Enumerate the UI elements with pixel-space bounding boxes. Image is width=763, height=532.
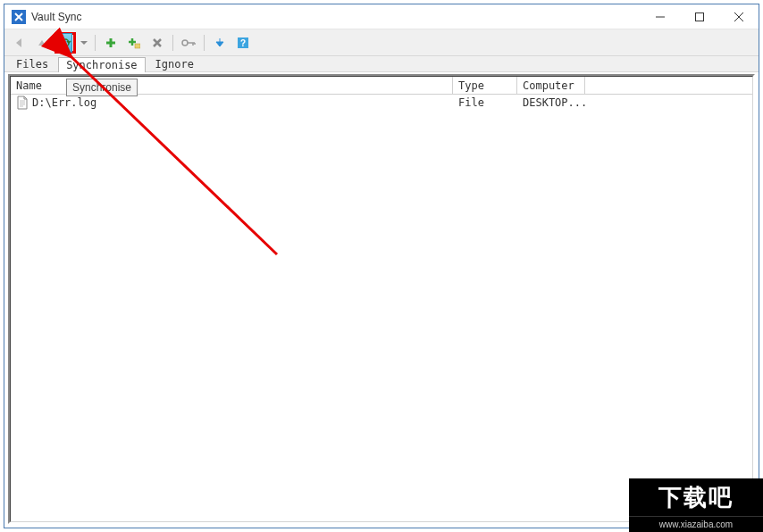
sync-button[interactable] bbox=[54, 32, 76, 54]
window-controls bbox=[641, 4, 759, 29]
download-button[interactable] bbox=[209, 32, 231, 54]
svg-text:?: ? bbox=[240, 38, 246, 48]
tab-synchronise[interactable]: Synchronise bbox=[58, 57, 145, 72]
up-arrow-icon bbox=[36, 37, 48, 49]
plus-folder-icon bbox=[128, 37, 140, 49]
watermark-url: www.xiazaiba.com bbox=[629, 516, 763, 532]
watermark-logo: 下载吧 bbox=[629, 478, 763, 516]
cell-type: File bbox=[453, 96, 517, 110]
svg-rect-4 bbox=[135, 44, 140, 48]
up-button[interactable] bbox=[31, 32, 53, 54]
add-folder-button[interactable] bbox=[123, 32, 145, 54]
tab-files[interactable]: Files bbox=[8, 56, 56, 71]
delete-x-icon bbox=[151, 37, 164, 49]
chevron-down-icon bbox=[80, 39, 88, 46]
watermark: 下载吧 www.xiazaiba.com bbox=[629, 478, 763, 532]
dropdown-button[interactable] bbox=[78, 32, 90, 54]
tab-ignore[interactable]: Ignore bbox=[147, 56, 202, 71]
app-icon bbox=[12, 10, 26, 24]
close-button[interactable] bbox=[719, 4, 759, 29]
table-row[interactable]: D:\Err.log File DESKTOP... bbox=[11, 95, 752, 111]
back-arrow-icon bbox=[13, 37, 25, 49]
download-arrow-icon bbox=[214, 37, 226, 49]
separator bbox=[95, 35, 96, 51]
help-button[interactable]: ? bbox=[232, 32, 254, 54]
svg-rect-1 bbox=[696, 12, 704, 21]
column-header-computer[interactable]: Computer bbox=[517, 77, 585, 94]
key-icon bbox=[181, 37, 196, 48]
tooltip: Synchronise bbox=[66, 79, 138, 96]
help-icon: ? bbox=[237, 37, 249, 49]
file-icon bbox=[16, 96, 29, 110]
content-panel: Name Type Computer bbox=[8, 74, 755, 524]
key-button[interactable] bbox=[178, 32, 199, 54]
cell-name: D:\Err.log bbox=[32, 96, 96, 109]
cell-computer: DESKTOP... bbox=[517, 96, 585, 110]
column-header-type[interactable]: Type bbox=[453, 77, 517, 94]
tabstrip: Files Synchronise Ignore bbox=[4, 56, 759, 72]
toolbar: ? bbox=[4, 29, 759, 56]
add-button[interactable] bbox=[100, 32, 122, 54]
svg-point-5 bbox=[182, 40, 188, 46]
plus-icon bbox=[105, 37, 117, 49]
separator bbox=[172, 35, 173, 51]
maximize-button[interactable] bbox=[680, 4, 719, 29]
sync-icon bbox=[59, 37, 71, 49]
back-button[interactable] bbox=[8, 32, 29, 54]
titlebar: Vault Sync bbox=[4, 4, 759, 29]
delete-button[interactable] bbox=[147, 32, 168, 54]
minimize-button[interactable] bbox=[641, 4, 680, 29]
separator bbox=[204, 35, 205, 51]
window-title: Vault Sync bbox=[31, 11, 641, 23]
